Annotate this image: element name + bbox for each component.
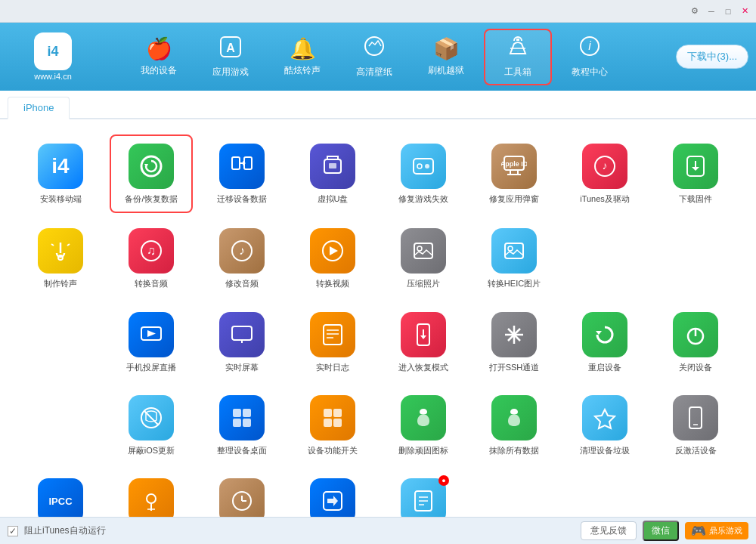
nav-jailbreak[interactable]: 📦 刷机越狱 xyxy=(412,29,480,85)
svg-point-6 xyxy=(141,156,161,176)
svg-text:♫: ♫ xyxy=(147,244,156,257)
apple-nav-icon: 🍎 xyxy=(146,36,172,61)
tool-open-ssh[interactable]: 打开SSH通道 xyxy=(472,304,556,380)
tool-reboot[interactable]: 重启设备 xyxy=(563,304,646,380)
convert-heic-icon xyxy=(491,228,537,274)
tool-fix-games[interactable]: 修复游戏失效 xyxy=(382,134,465,213)
nav-ringtone-label: 酷炫铃声 xyxy=(284,64,321,77)
tool-convert-video[interactable]: 转换视频 xyxy=(291,221,374,296)
tool-make-ringtone[interactable]: 制作铃声 xyxy=(19,221,102,296)
tool-skip-setup[interactable]: 跳过设置向导 xyxy=(291,471,374,517)
organize-desktop-label: 整理设备桌面 xyxy=(217,445,267,456)
fix-crash-label: 修复应用弹窗 xyxy=(489,193,539,204)
nav-wallpaper[interactable]: 高清壁纸 xyxy=(340,29,408,85)
tool-fix-crash[interactable]: Apple ID 修复应用弹窗 xyxy=(472,134,556,213)
nav-my-device[interactable]: 🍎 我的设备 xyxy=(125,29,193,85)
tool-itunes-driver[interactable]: ♪ iTunes及驱动 xyxy=(563,134,646,213)
nav-tutorial[interactable]: i 教程中心 xyxy=(556,29,624,85)
nav-tutorial-label: 教程中心 xyxy=(572,66,608,79)
game-brand: 🎮 鼎乐游戏 xyxy=(685,522,748,539)
feedback-button[interactable]: 意见反馈 xyxy=(581,521,637,540)
backup-guide-badge: ● xyxy=(438,475,449,486)
tool-device-toggle[interactable]: 设备功能开关 xyxy=(291,388,374,463)
make-ringtone-label: 制作铃声 xyxy=(44,278,77,289)
nav-toolbox[interactable]: 工具箱 xyxy=(484,29,552,85)
shutdown-icon xyxy=(673,312,718,357)
tool-edit-audio[interactable]: ♪ 修改音频 xyxy=(200,221,284,296)
svg-marker-38 xyxy=(147,330,156,337)
open-ssh-label: 打开SSH通道 xyxy=(489,362,540,372)
svg-text:♪: ♪ xyxy=(239,244,245,257)
tool-backup-restore[interactable]: 备份/恢复数据 xyxy=(110,134,193,213)
svg-rect-60 xyxy=(233,419,241,427)
tool-virtual-udisk[interactable]: 虚拟U盘 xyxy=(291,134,374,213)
header: i4 www.i4.cn 🍎 我的设备 A 应用游戏 🔔 酷炫铃声 高清壁纸 xyxy=(0,23,756,91)
convert-heic-label: 转换HEIC图片 xyxy=(488,278,541,289)
make-ringtone-icon xyxy=(38,228,83,274)
tool-organize-desktop[interactable]: 整理设备桌面 xyxy=(200,388,284,463)
tool-convert-audio[interactable]: ♫ 转换音频 xyxy=(110,221,193,296)
empty-2 xyxy=(654,221,737,296)
reboot-label: 重启设备 xyxy=(588,362,621,372)
tool-clean-junk[interactable]: 清理设备垃圾 xyxy=(563,388,646,463)
tool-install-app[interactable]: i4 安装移动端 xyxy=(19,134,102,213)
tool-erase-data[interactable]: 抹除所有数据 xyxy=(472,388,556,463)
tool-install-ipcc[interactable]: IPCC 安装IPCC xyxy=(19,471,102,517)
logo-text: i4 xyxy=(47,44,58,60)
tool-fake-location[interactable]: 虚拟定位 xyxy=(110,471,193,517)
svg-rect-65 xyxy=(333,419,342,427)
logo-site: www.i4.cn xyxy=(34,72,72,81)
tool-convert-heic[interactable]: 转换HEIC图片 xyxy=(472,221,556,296)
tool-remove-stubborn[interactable]: 删除顽固图标 xyxy=(382,388,465,463)
empty-1 xyxy=(563,221,646,296)
convert-audio-icon: ♫ xyxy=(129,228,174,274)
break-time-icon xyxy=(219,478,265,517)
compress-photo-label: 压缩照片 xyxy=(407,278,440,289)
empty-4 xyxy=(19,388,102,463)
tool-real-screen[interactable]: 实时屏幕 xyxy=(200,304,284,380)
tool-backup-guide[interactable]: ● 备份引导区数据 xyxy=(382,471,465,517)
close-btn[interactable]: ✕ xyxy=(737,4,752,19)
erase-data-label: 抹除所有数据 xyxy=(489,445,539,456)
svg-text:A: A xyxy=(226,42,235,54)
title-bar: ⚙ ─ □ ✕ xyxy=(0,0,756,23)
recovery-mode-label: 进入恢复模式 xyxy=(398,362,448,372)
erase-data-icon xyxy=(491,395,537,440)
maximize-btn[interactable]: □ xyxy=(720,4,736,19)
tutorial-nav-icon: i xyxy=(578,35,601,63)
itunes-checkbox[interactable]: ✓ xyxy=(8,526,18,536)
tool-block-update[interactable]: 屏蔽iOS更新 xyxy=(110,388,193,463)
itunes-driver-label: iTunes及驱动 xyxy=(580,193,630,204)
tool-recovery-mode[interactable]: 进入恢复模式 xyxy=(382,304,465,380)
clean-junk-label: 清理设备垃圾 xyxy=(580,445,630,456)
svg-point-34 xyxy=(417,246,422,251)
tool-break-time[interactable]: 破解时间限额 xyxy=(200,471,284,517)
status-bar: ✓ 阻止iTunes自动运行 意见反馈 微信 🎮 鼎乐游戏 xyxy=(0,517,756,544)
install-app-label: 安装移动端 xyxy=(40,193,82,204)
tab-iphone[interactable]: iPhone xyxy=(8,97,70,119)
settings-btn[interactable]: ⚙ xyxy=(687,4,702,19)
backup-restore-icon xyxy=(129,144,174,189)
skip-setup-icon xyxy=(310,478,355,517)
tool-compress-photo[interactable]: 压缩照片 xyxy=(382,221,465,296)
svg-rect-14 xyxy=(414,159,433,174)
svg-rect-64 xyxy=(324,419,332,427)
tool-shutdown[interactable]: 关闭设备 xyxy=(654,304,737,380)
svg-point-36 xyxy=(508,246,513,251)
itunes-label: 阻止iTunes自动运行 xyxy=(24,524,106,537)
tool-migrate-data[interactable]: 迁移设备数据 xyxy=(200,134,284,213)
convert-video-icon xyxy=(310,228,355,274)
svg-rect-13 xyxy=(329,163,336,168)
appgames-nav-icon: A xyxy=(219,36,242,63)
nav-ringtone[interactable]: 🔔 酷炫铃声 xyxy=(268,29,336,85)
tool-deactivate[interactable]: 反激活设备 xyxy=(654,388,737,463)
wechat-button[interactable]: 微信 xyxy=(643,521,679,541)
nav-items: 🍎 我的设备 A 应用游戏 🔔 酷炫铃声 高清壁纸 📦 刷机越狱 xyxy=(98,29,650,85)
minimize-btn[interactable]: ─ xyxy=(704,4,719,19)
tool-download-firmware[interactable]: 下载固件 xyxy=(654,134,737,213)
nav-my-device-label: 我的设备 xyxy=(141,64,177,77)
download-button[interactable]: 下载中(3)... xyxy=(676,45,748,69)
tool-real-log[interactable]: 实时日志 xyxy=(291,304,374,380)
nav-app-games[interactable]: A 应用游戏 xyxy=(197,29,265,85)
tool-screen-cast[interactable]: 手机投屏直播 xyxy=(110,304,193,380)
